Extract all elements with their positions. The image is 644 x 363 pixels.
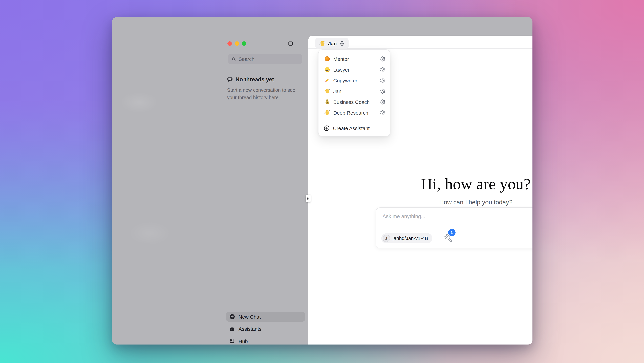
assistant-menu-item[interactable]: Business Coach [318, 97, 390, 107]
gear-outline-icon[interactable] [380, 88, 385, 94]
model-name: janhq/Jan-v1-4B [392, 236, 428, 241]
search-input[interactable] [238, 56, 299, 62]
assistant-menu-item-label: Mentor [333, 56, 380, 62]
assistant-menu: Mentor Lawyer Copywriter Jan Business Co… [318, 49, 390, 136]
greeting: Hi, how are you? How can I help you toda… [308, 175, 532, 206]
wave-emoji-icon [324, 110, 330, 116]
hub-blocks-icon [229, 338, 235, 344]
gear-outline-icon[interactable] [380, 78, 385, 83]
composer-card: Ask me anything... J janhq/Jan-v1-4B 1 [376, 207, 532, 248]
panel-resize-handle[interactable] [306, 195, 311, 202]
model-avatar: J [382, 235, 390, 242]
model-selector[interactable]: J janhq/Jan-v1-4B [381, 233, 432, 243]
close-window-button[interactable] [228, 41, 232, 46]
sidebar-item-hub[interactable]: Hub [226, 336, 305, 344]
empty-threads-state: No threads yet Start a new conversation … [227, 76, 299, 101]
assistant-menu-item[interactable]: Mentor [318, 54, 390, 64]
tools-button[interactable]: 1 [443, 230, 458, 245]
jan-app-window: No threads yet Start a new conversation … [112, 17, 532, 344]
wave-emoji-icon [324, 88, 330, 94]
empty-threads-description: Start a new conversation to see your thr… [227, 86, 296, 101]
tools-count-badge: 1 [448, 229, 455, 236]
orange-circle-emoji-icon [324, 56, 330, 62]
plus-circle-icon [324, 125, 330, 131]
chat-bubble-icon [227, 77, 233, 82]
wave-emoji-icon [319, 40, 325, 47]
assistant-menu-item-label: Lawyer [333, 67, 380, 73]
window-controls [228, 41, 246, 46]
search-field[interactable] [228, 54, 302, 64]
sidebar-nav: New Chat Assistants Hub Settings [226, 311, 305, 344]
assistant-menu-items: Mentor Lawyer Copywriter Jan Business Co… [318, 54, 390, 118]
pencil-emoji-icon [324, 77, 330, 83]
gear-outline-icon[interactable] [380, 99, 385, 105]
composer-input[interactable]: Ask me anything... [382, 213, 425, 219]
assistant-menu-item-label: Deep Research [333, 110, 380, 115]
gear-outline-icon[interactable] [380, 56, 385, 62]
menu-divider [318, 120, 390, 120]
gear-outline-icon[interactable] [380, 110, 385, 115]
main-titlebar: Jan [308, 36, 532, 49]
create-assistant-button[interactable]: Create Assistant [318, 122, 390, 134]
zipper-face-emoji-icon [324, 67, 330, 73]
sidebar [112, 17, 196, 344]
empty-threads-title: No threads yet [236, 76, 274, 83]
greeting-title: Hi, how are you? [308, 175, 532, 193]
create-assistant-label: Create Assistant [333, 125, 370, 131]
sidebar-item-assistants[interactable]: Assistants [226, 324, 305, 334]
minimize-window-button[interactable] [235, 41, 239, 46]
nav-item-label: Hub [238, 338, 248, 344]
search-icon [232, 57, 236, 61]
assistant-menu-item-label: Business Coach [333, 99, 380, 105]
assistant-menu-item[interactable]: Jan [318, 86, 390, 97]
sidebar-item-new-chat[interactable]: New Chat [226, 311, 305, 322]
assistant-menu-item-label: Copywriter [333, 78, 380, 83]
greeting-subtitle: How can I help you today? [308, 199, 532, 206]
plus-circle-filled-icon [229, 314, 235, 320]
assistant-menu-item[interactable]: Copywriter [318, 75, 390, 86]
nav-item-label: New Chat [238, 314, 261, 319]
sidebar-toggle-button[interactable] [288, 41, 293, 46]
assistant-menu-item-label: Jan [333, 88, 380, 94]
assistant-menu-item[interactable]: Deep Research [318, 107, 390, 118]
zoom-window-button[interactable] [242, 41, 246, 46]
assistant-selector-button[interactable]: Jan [315, 38, 349, 49]
assistant-menu-item[interactable]: Lawyer [318, 64, 390, 75]
robot-icon [229, 326, 235, 332]
screen: No threads yet Start a new conversation … [0, 0, 644, 363]
nav-item-label: Assistants [238, 326, 262, 332]
assistant-settings-gear-icon[interactable] [340, 41, 345, 46]
assistant-selector-label: Jan [328, 41, 337, 46]
sidebar-toggle-icon [288, 41, 293, 46]
money-bag-emoji-icon [324, 99, 330, 105]
grip-dots-icon [307, 196, 310, 201]
gear-outline-icon[interactable] [380, 67, 385, 73]
